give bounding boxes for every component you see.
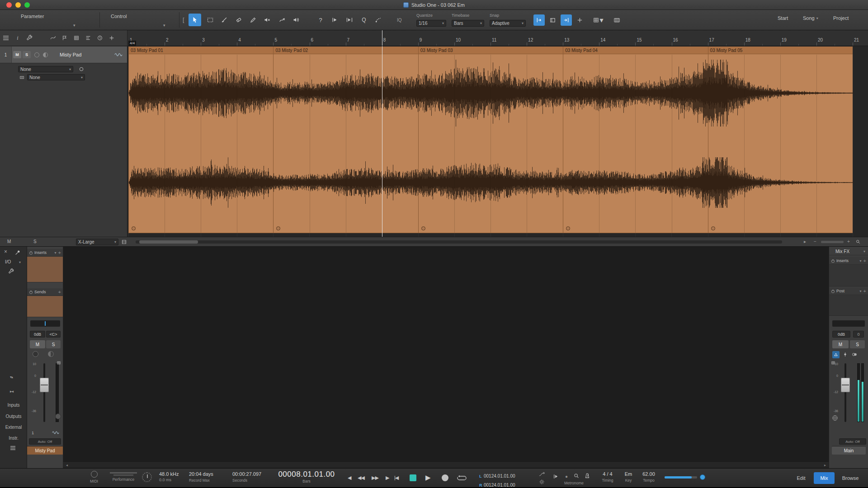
automation-curve-icon[interactable] — [47, 33, 59, 43]
inspector-icon[interactable]: i — [12, 33, 24, 43]
post-panel[interactable] — [829, 295, 868, 316]
mute-tool-button[interactable] — [261, 14, 274, 26]
pin-console-icon[interactable] — [14, 249, 21, 256]
midi-knob-icon[interactable] — [91, 471, 98, 478]
split-tool-button[interactable] — [218, 14, 231, 26]
mixfx-header[interactable]: Mix FX ▾ — [829, 248, 868, 255]
main-inserts-header[interactable]: Inserts ▾ + — [829, 257, 868, 265]
click-dot-icon[interactable]: ● — [565, 474, 568, 479]
scroll-left-icon[interactable]: ◂ — [66, 463, 68, 467]
track-header[interactable]: 1 M S Misty Pad — [0, 47, 127, 63]
next-marker-button[interactable]: ▶ — [386, 475, 389, 481]
clip-header[interactable]: 03 Misty Pad 02 — [274, 47, 418, 54]
mix-view-button[interactable]: Mix — [814, 472, 835, 484]
sends-header[interactable]: Sends + — [27, 288, 63, 296]
main-fader-track[interactable] — [844, 363, 846, 422]
channel-record-arm-button[interactable] — [33, 351, 38, 357]
scroll-right-icon[interactable]: ▸ — [804, 239, 806, 244]
marker-flag-icon[interactable] — [59, 33, 71, 43]
snap-select[interactable]: Adaptive▾ — [490, 20, 526, 27]
inserts-slot-panel[interactable] — [27, 257, 63, 282]
track-name[interactable]: Misty Pad — [60, 52, 81, 57]
monitor-button[interactable] — [43, 52, 48, 57]
chevron-down-icon[interactable]: ▾ — [55, 251, 57, 255]
start-page-button[interactable]: Start — [778, 15, 788, 21]
precount-icon[interactable] — [552, 473, 559, 480]
meter-options-icon[interactable] — [57, 361, 61, 365]
track-list-menu-icon[interactable] — [0, 33, 12, 43]
clip-loop-handle[interactable] — [276, 226, 280, 230]
time-display[interactable]: 00:00:27.097 Seconds — [232, 471, 261, 483]
browse-view-button[interactable]: Browse — [837, 472, 863, 484]
crosshair-button[interactable] — [574, 14, 585, 26]
add-insert-icon[interactable]: + — [863, 258, 866, 263]
track-height-grid-icon[interactable] — [121, 239, 127, 245]
post-header[interactable]: Post ▾ + — [829, 287, 868, 295]
channel-knob[interactable] — [55, 413, 61, 419]
input-monitor-icon[interactable] — [79, 66, 84, 72]
main-pan-control[interactable] — [832, 320, 865, 327]
parameter-dropdown[interactable]: Parameter — [21, 14, 44, 19]
metronome-settings-icon[interactable] — [573, 473, 580, 479]
globe-icon[interactable] — [832, 415, 838, 421]
control-dropdown[interactable]: Control — [111, 14, 127, 19]
play-button[interactable]: ▶ — [425, 474, 430, 482]
sends-slot-panel[interactable] — [27, 296, 63, 317]
bend-tool-button[interactable] — [276, 14, 288, 26]
panel-collapse-icon[interactable]: [ — [183, 16, 184, 23]
position-display[interactable]: 00008.01.01.00 Bars — [277, 470, 336, 483]
playhead[interactable] — [382, 46, 382, 237]
zoom-in-icon[interactable]: + — [847, 239, 850, 244]
clip-header[interactable]: 03 Misty Pad 04 — [563, 47, 708, 54]
scroll-right-icon[interactable]: ▸ — [824, 463, 826, 467]
main-solo-button[interactable]: S — [850, 340, 865, 348]
quantize-panel-icon[interactable] — [82, 33, 94, 43]
chevron-down-icon[interactable]: ▾ — [860, 259, 862, 263]
console-scrollbar[interactable]: ◂ ▸ — [63, 461, 829, 468]
loop-range-display[interactable]: L00124.01.01.00 R00124.01.01.00 — [479, 471, 515, 488]
audio-clip[interactable]: 03 Misty Pad 01 — [128, 47, 273, 233]
bank-list-icon[interactable] — [10, 446, 16, 450]
clip-header[interactable]: 03 Misty Pad 05 — [708, 47, 853, 54]
io-section-toggle[interactable]: I/O — [5, 259, 11, 264]
collapse-channels-icon[interactable]: ▾▴ — [10, 375, 13, 379]
zoom-out-icon[interactable]: − — [814, 239, 816, 244]
console-wrench-icon[interactable] — [8, 268, 14, 275]
global-solo-button[interactable]: S — [33, 239, 37, 244]
previous-marker-button[interactable]: ◀ — [348, 475, 351, 481]
play-loop-selection-button[interactable] — [343, 14, 356, 26]
narrow-channels-icon[interactable]: ▸◂ — [10, 389, 13, 394]
power-icon[interactable] — [831, 259, 835, 263]
channel-waveform-icon[interactable] — [52, 430, 59, 435]
quantize-select[interactable]: 1/16▾ — [416, 20, 446, 27]
console-nav-external[interactable]: External — [0, 425, 27, 430]
global-mute-button[interactable]: M — [7, 239, 11, 244]
paint-tool-button[interactable] — [247, 14, 259, 26]
playhead-ruler-marker[interactable] — [382, 30, 382, 46]
page-scroll-button[interactable] — [547, 14, 558, 26]
channel-automation-mode[interactable]: Auto: Off — [29, 438, 61, 445]
horizontal-scrollbar-track[interactable] — [136, 240, 782, 244]
zoom-preset-icon[interactable] — [855, 239, 861, 244]
inserts-header[interactable]: Inserts ▾ + — [27, 249, 63, 257]
console-nav-inputs[interactable]: Inputs — [0, 403, 27, 408]
channel-monitor-button[interactable] — [48, 351, 54, 357]
console-nav-outputs[interactable]: Outputs — [0, 414, 27, 419]
main-inserts-panel[interactable] — [829, 265, 868, 286]
monitor-toggle[interactable] — [700, 474, 705, 480]
play-from-selection-button[interactable] — [329, 14, 341, 26]
main-name-label[interactable]: Main — [832, 446, 866, 455]
arrow-tool-button[interactable] — [189, 14, 201, 26]
audio-clip[interactable]: 03 Misty Pad 05 — [708, 47, 853, 233]
rewind-button[interactable]: ◀◀ — [358, 475, 364, 481]
tempo-display[interactable]: 62.00 Tempo — [638, 471, 659, 483]
input-quantize-toggle[interactable]: IQ — [397, 18, 402, 23]
main-volume-value[interactable]: 0dB — [832, 331, 850, 338]
gear-icon[interactable] — [539, 479, 545, 485]
song-page-button[interactable]: Song▾ — [803, 15, 818, 21]
power-icon[interactable] — [831, 289, 835, 293]
fader-handle[interactable] — [40, 378, 49, 392]
channel-pan-value[interactable]: <C> — [46, 331, 61, 338]
track-lanes-button[interactable] — [610, 14, 623, 26]
chevron-down-icon[interactable]: ▾ — [163, 23, 165, 28]
